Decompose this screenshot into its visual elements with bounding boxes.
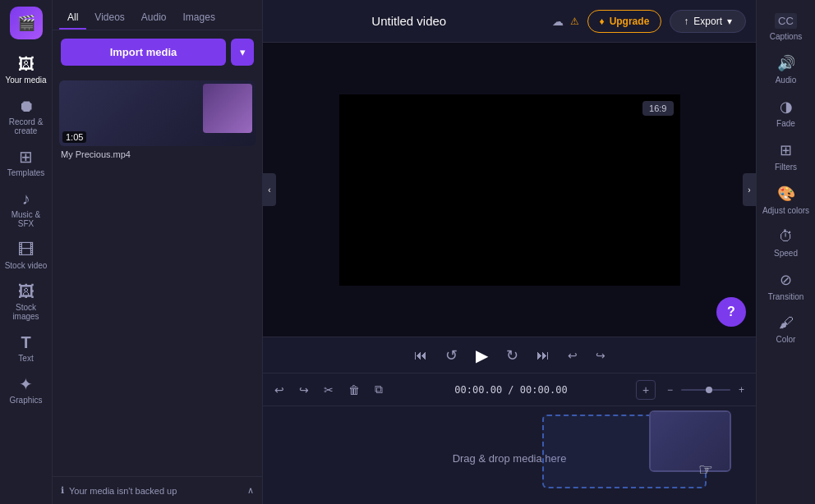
loop-left-button[interactable]: ↩ [564, 346, 581, 365]
right-panel: CC Captions 🔊 Audio ◑ Fade ⊞ Filters 🎨 A… [756, 0, 815, 504]
sidebar-item-text[interactable]: T Text [0, 328, 52, 369]
backup-text: Your media isn't backed up [69, 486, 177, 496]
backup-chevron-icon[interactable]: ∧ [247, 485, 254, 496]
thumb-image [203, 84, 252, 133]
transition-icon: ⊘ [780, 271, 792, 289]
zoom-controls: − + [664, 381, 748, 399]
templates-icon: ⊞ [19, 149, 33, 165]
top-bar: Untitled video ☁ ⚠ ♦ Upgrade ↑ Export ▾ [263, 0, 756, 43]
loop-right-button[interactable]: ↪ [592, 346, 609, 365]
thumb-duration: 1:05 [62, 131, 86, 143]
sidebar-item-label: Text [18, 354, 33, 363]
right-item-filters[interactable]: ⊞ Filters [757, 135, 815, 178]
graphics-icon: ✦ [19, 376, 33, 392]
sidebar-item-label: Record & create [3, 117, 48, 135]
diamond-icon: ♦ [600, 16, 605, 27]
record-create-icon: ⏺ [18, 98, 35, 114]
sidebar-item-templates[interactable]: ⊞ Templates [0, 142, 52, 184]
export-chevron-icon: ▾ [727, 16, 732, 27]
right-item-captions[interactable]: CC Captions [757, 7, 815, 48]
redo-button[interactable]: ↪ [296, 380, 312, 400]
upload-icon: ↑ [684, 16, 688, 27]
tab-audio[interactable]: Audio [133, 7, 175, 30]
thumb-inner [59, 80, 256, 146]
zoom-out-button[interactable]: − [664, 381, 676, 399]
media-thumbnail[interactable]: 1:05 [59, 80, 256, 146]
playback-controls: ⏮ ↺ ▶ ↻ ⏭ ↩ ↪ [263, 337, 756, 373]
drop-zone[interactable]: ☞ Drag & drop media here [263, 405, 756, 504]
right-item-transition[interactable]: ⊘ Transition [757, 264, 815, 308]
sidebar-item-label: Stock video [5, 261, 48, 270]
audio-label: Audio [776, 76, 797, 85]
app-logo: 🎬 [10, 7, 43, 39]
stock-video-icon: 🎞 [18, 241, 35, 258]
skip-forward-button[interactable]: ⏭ [533, 345, 553, 366]
aspect-ratio-badge: 16:9 [642, 101, 673, 116]
sidebar-item-stock-video[interactable]: 🎞 Stock video [0, 235, 52, 277]
sidebar-item-label: Graphics [9, 396, 42, 405]
sidebar-item-stock-images[interactable]: 🖼 Stock images [0, 277, 52, 328]
adjust-colors-label: Adjust colors [762, 206, 809, 215]
undo-button[interactable]: ↩ [271, 380, 288, 400]
forward-5s-button[interactable]: ↻ [503, 343, 522, 368]
collapse-left-button[interactable]: ‹ [263, 173, 276, 206]
right-item-adjust-colors[interactable]: 🎨 Adjust colors [757, 178, 815, 222]
right-item-speed[interactable]: ⏱ Speed [757, 222, 815, 264]
sidebar-item-record-create[interactable]: ⏺ Record & create [0, 91, 52, 142]
fade-icon: ◑ [780, 98, 793, 116]
stock-images-icon: 🖼 [18, 283, 35, 300]
music-sfx-icon: ♪ [22, 190, 30, 207]
media-panel: All Videos Audio Images Import media ▾ 1… [53, 0, 263, 504]
video-canvas: 16:9 [339, 94, 680, 286]
sidebar-item-graphics[interactable]: ✦ Graphics [0, 369, 52, 411]
right-item-fade[interactable]: ◑ Fade [757, 91, 815, 135]
add-track-button[interactable]: + [636, 380, 656, 400]
sidebar-item-label: Templates [7, 168, 45, 177]
tab-videos[interactable]: Videos [86, 7, 132, 30]
video-preview-area: ‹ 16:9 ? › [263, 43, 756, 337]
timeline-toolbar: ↩ ↪ ✂ 🗑 ⧉ 00:00.00 / 00:00.00 + − + [263, 373, 756, 405]
zoom-slider[interactable] [681, 389, 730, 391]
warning-icon: ⚠ [570, 16, 579, 27]
right-item-color[interactable]: 🖌 Color [757, 308, 815, 351]
fade-label: Fade [776, 119, 795, 128]
sidebar-item-your-media[interactable]: 🖼 Your media [0, 49, 52, 91]
tab-all[interactable]: All [59, 7, 86, 30]
zoom-in-button[interactable]: + [735, 381, 748, 399]
audio-icon: 🔊 [777, 54, 795, 72]
timeline-time: 00:00.00 / 00:00.00 [394, 384, 628, 396]
zoom-handle[interactable] [706, 387, 712, 393]
tab-images[interactable]: Images [175, 7, 223, 30]
chevron-down-icon: ▾ [240, 46, 246, 58]
play-button[interactable]: ▶ [472, 342, 491, 369]
export-button[interactable]: ↑ Export ▾ [670, 10, 746, 33]
cloud-icon: ☁ [552, 15, 564, 28]
rewind-5s-button[interactable]: ↺ [442, 343, 461, 368]
import-media-button[interactable]: Import media [61, 39, 226, 66]
upgrade-button[interactable]: ♦ Upgrade [587, 10, 662, 33]
speed-icon: ⏱ [779, 228, 794, 245]
project-title[interactable]: Untitled video [273, 14, 546, 28]
sidebar-item-music-sfx[interactable]: ♪ Music & SFX [0, 184, 52, 235]
sidebar-item-label: Music & SFX [3, 210, 48, 228]
copy-button[interactable]: ⧉ [371, 379, 386, 400]
your-media-icon: 🖼 [18, 56, 35, 72]
backup-info: ℹ Your media isn't backed up [61, 485, 177, 496]
color-icon: 🖌 [779, 314, 794, 332]
skip-back-button[interactable]: ⏮ [411, 345, 431, 366]
main-content: Untitled video ☁ ⚠ ♦ Upgrade ↑ Export ▾ … [263, 0, 756, 504]
cut-button[interactable]: ✂ [320, 380, 337, 400]
import-dropdown-button[interactable]: ▾ [231, 39, 254, 66]
info-icon: ℹ [61, 485, 64, 496]
media-filename: My Precious.mp4 [59, 146, 256, 166]
right-item-audio[interactable]: 🔊 Audio [757, 48, 815, 91]
backup-bar: ℹ Your media isn't backed up ∧ [53, 476, 262, 504]
collapse-right-button[interactable]: › [743, 173, 756, 206]
sidebar-item-label: Stock images [3, 303, 48, 321]
captions-icon: CC [775, 13, 797, 29]
filters-icon: ⊞ [780, 141, 792, 159]
captions-label: Captions [770, 32, 802, 41]
filters-label: Filters [775, 163, 797, 172]
delete-button[interactable]: 🗑 [345, 380, 363, 400]
help-button[interactable]: ? [716, 297, 746, 327]
